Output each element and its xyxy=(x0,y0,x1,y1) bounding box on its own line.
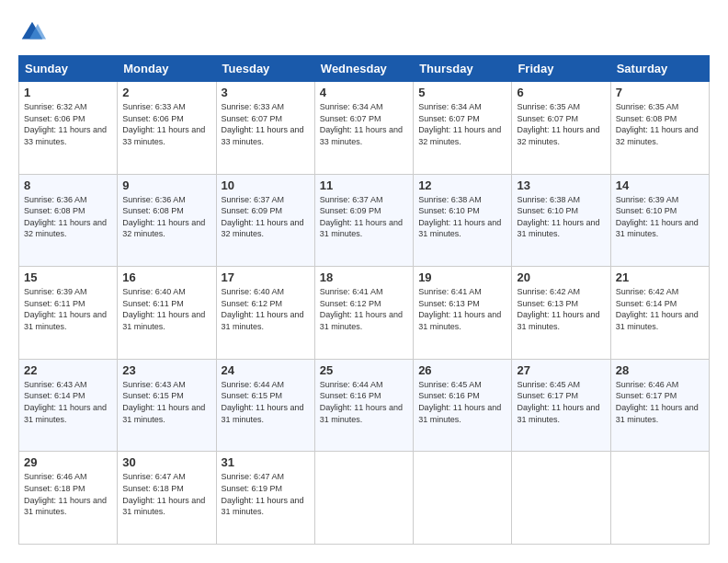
day-number: 17 xyxy=(222,270,310,284)
calendar-cell xyxy=(610,452,709,545)
day-number: 1 xyxy=(24,86,112,99)
day-number: 11 xyxy=(320,178,408,192)
day-info: Sunrise: 6:43 AMSunset: 6:14 PMDaylight:… xyxy=(24,379,112,425)
day-number: 2 xyxy=(122,86,210,99)
day-number: 28 xyxy=(616,363,704,377)
day-number: 22 xyxy=(24,363,112,377)
day-info: Sunrise: 6:38 AMSunset: 6:10 PMDaylight:… xyxy=(418,194,506,240)
calendar-cell: 25Sunrise: 6:44 AMSunset: 6:16 PMDayligh… xyxy=(314,359,413,452)
day-info: Sunrise: 6:43 AMSunset: 6:15 PMDaylight:… xyxy=(122,379,210,425)
day-number: 31 xyxy=(222,455,310,469)
day-number: 21 xyxy=(616,270,704,284)
day-number: 16 xyxy=(122,270,210,284)
day-info: Sunrise: 6:39 AMSunset: 6:11 PMDaylight:… xyxy=(24,286,112,332)
day-number: 23 xyxy=(122,363,210,377)
calendar-cell: 11Sunrise: 6:37 AMSunset: 6:09 PMDayligh… xyxy=(314,174,413,267)
calendar-cell: 14Sunrise: 6:39 AMSunset: 6:10 PMDayligh… xyxy=(610,174,709,267)
day-number: 10 xyxy=(222,178,310,192)
day-info: Sunrise: 6:45 AMSunset: 6:16 PMDaylight:… xyxy=(418,379,506,425)
header xyxy=(18,18,710,46)
calendar-cell: 24Sunrise: 6:44 AMSunset: 6:15 PMDayligh… xyxy=(216,359,314,452)
calendar-cell: 18Sunrise: 6:41 AMSunset: 6:12 PMDayligh… xyxy=(314,267,413,360)
calendar-header-friday: Friday xyxy=(512,56,610,82)
calendar-header-wednesday: Wednesday xyxy=(314,56,413,82)
calendar-cell: 13Sunrise: 6:38 AMSunset: 6:10 PMDayligh… xyxy=(512,174,610,267)
day-info: Sunrise: 6:38 AMSunset: 6:10 PMDaylight:… xyxy=(517,194,605,240)
calendar-cell: 7Sunrise: 6:35 AMSunset: 6:08 PMDaylight… xyxy=(610,82,709,175)
calendar-cell: 28Sunrise: 6:46 AMSunset: 6:17 PMDayligh… xyxy=(610,359,709,452)
calendar-header-tuesday: Tuesday xyxy=(216,56,314,82)
calendar-header-monday: Monday xyxy=(118,56,216,82)
day-number: 8 xyxy=(24,178,112,192)
day-number: 20 xyxy=(517,270,605,284)
calendar-cell: 23Sunrise: 6:43 AMSunset: 6:15 PMDayligh… xyxy=(118,359,216,452)
day-info: Sunrise: 6:46 AMSunset: 6:18 PMDaylight:… xyxy=(24,471,112,517)
day-info: Sunrise: 6:41 AMSunset: 6:12 PMDaylight:… xyxy=(320,286,408,332)
day-number: 27 xyxy=(517,363,605,377)
calendar-cell: 17Sunrise: 6:40 AMSunset: 6:12 PMDayligh… xyxy=(216,267,314,360)
calendar-cell: 26Sunrise: 6:45 AMSunset: 6:16 PMDayligh… xyxy=(414,359,512,452)
day-info: Sunrise: 6:39 AMSunset: 6:10 PMDaylight:… xyxy=(616,194,704,240)
calendar-header-sunday: Sunday xyxy=(19,56,118,82)
calendar-cell: 22Sunrise: 6:43 AMSunset: 6:14 PMDayligh… xyxy=(19,359,118,452)
day-info: Sunrise: 6:41 AMSunset: 6:13 PMDaylight:… xyxy=(418,286,506,332)
logo xyxy=(18,18,50,46)
day-number: 18 xyxy=(320,270,408,284)
calendar-cell: 19Sunrise: 6:41 AMSunset: 6:13 PMDayligh… xyxy=(414,267,512,360)
day-info: Sunrise: 6:34 AMSunset: 6:07 PMDaylight:… xyxy=(320,101,408,147)
day-info: Sunrise: 6:33 AMSunset: 6:06 PMDaylight:… xyxy=(122,101,210,147)
day-number: 5 xyxy=(418,86,506,99)
day-number: 3 xyxy=(222,86,310,99)
page: SundayMondayTuesdayWednesdayThursdayFrid… xyxy=(0,0,728,563)
day-info: Sunrise: 6:35 AMSunset: 6:07 PMDaylight:… xyxy=(517,101,605,147)
day-number: 24 xyxy=(222,363,310,377)
day-info: Sunrise: 6:34 AMSunset: 6:07 PMDaylight:… xyxy=(418,101,506,147)
day-number: 6 xyxy=(517,86,605,99)
day-number: 30 xyxy=(122,455,210,469)
day-info: Sunrise: 6:37 AMSunset: 6:09 PMDaylight:… xyxy=(222,194,310,240)
day-info: Sunrise: 6:35 AMSunset: 6:08 PMDaylight:… xyxy=(616,101,704,147)
calendar-cell: 29Sunrise: 6:46 AMSunset: 6:18 PMDayligh… xyxy=(19,452,118,545)
day-number: 19 xyxy=(418,270,506,284)
calendar-cell: 30Sunrise: 6:47 AMSunset: 6:18 PMDayligh… xyxy=(118,452,216,545)
day-info: Sunrise: 6:36 AMSunset: 6:08 PMDaylight:… xyxy=(24,194,112,240)
calendar-table: SundayMondayTuesdayWednesdayThursdayFrid… xyxy=(18,55,710,545)
logo-icon xyxy=(18,18,46,46)
calendar-cell: 9Sunrise: 6:36 AMSunset: 6:08 PMDaylight… xyxy=(118,174,216,267)
day-info: Sunrise: 6:42 AMSunset: 6:13 PMDaylight:… xyxy=(517,286,605,332)
day-info: Sunrise: 6:42 AMSunset: 6:14 PMDaylight:… xyxy=(616,286,704,332)
day-info: Sunrise: 6:46 AMSunset: 6:17 PMDaylight:… xyxy=(616,379,704,425)
calendar-cell: 3Sunrise: 6:33 AMSunset: 6:07 PMDaylight… xyxy=(216,82,314,175)
day-info: Sunrise: 6:37 AMSunset: 6:09 PMDaylight:… xyxy=(320,194,408,240)
day-info: Sunrise: 6:45 AMSunset: 6:17 PMDaylight:… xyxy=(517,379,605,425)
calendar-cell: 31Sunrise: 6:47 AMSunset: 6:19 PMDayligh… xyxy=(216,452,314,545)
calendar-cell: 16Sunrise: 6:40 AMSunset: 6:11 PMDayligh… xyxy=(118,267,216,360)
calendar-header-thursday: Thursday xyxy=(414,56,512,82)
day-number: 12 xyxy=(418,178,506,192)
day-info: Sunrise: 6:40 AMSunset: 6:12 PMDaylight:… xyxy=(222,286,310,332)
day-number: 25 xyxy=(320,363,408,377)
calendar-cell xyxy=(414,452,512,545)
day-info: Sunrise: 6:33 AMSunset: 6:07 PMDaylight:… xyxy=(222,101,310,147)
calendar-cell: 21Sunrise: 6:42 AMSunset: 6:14 PMDayligh… xyxy=(610,267,709,360)
day-number: 9 xyxy=(122,178,210,192)
day-number: 7 xyxy=(616,86,704,99)
calendar-cell: 12Sunrise: 6:38 AMSunset: 6:10 PMDayligh… xyxy=(414,174,512,267)
day-info: Sunrise: 6:32 AMSunset: 6:06 PMDaylight:… xyxy=(24,101,112,147)
calendar-cell: 5Sunrise: 6:34 AMSunset: 6:07 PMDaylight… xyxy=(414,82,512,175)
day-number: 4 xyxy=(320,86,408,99)
calendar-cell: 2Sunrise: 6:33 AMSunset: 6:06 PMDaylight… xyxy=(118,82,216,175)
day-number: 29 xyxy=(24,455,112,469)
day-info: Sunrise: 6:44 AMSunset: 6:15 PMDaylight:… xyxy=(222,379,310,425)
day-info: Sunrise: 6:44 AMSunset: 6:16 PMDaylight:… xyxy=(320,379,408,425)
calendar-cell: 8Sunrise: 6:36 AMSunset: 6:08 PMDaylight… xyxy=(19,174,118,267)
calendar-cell: 4Sunrise: 6:34 AMSunset: 6:07 PMDaylight… xyxy=(314,82,413,175)
calendar-header-saturday: Saturday xyxy=(610,56,709,82)
calendar-cell: 1Sunrise: 6:32 AMSunset: 6:06 PMDaylight… xyxy=(19,82,118,175)
day-info: Sunrise: 6:40 AMSunset: 6:11 PMDaylight:… xyxy=(122,286,210,332)
calendar-cell: 20Sunrise: 6:42 AMSunset: 6:13 PMDayligh… xyxy=(512,267,610,360)
calendar-cell: 6Sunrise: 6:35 AMSunset: 6:07 PMDaylight… xyxy=(512,82,610,175)
day-number: 15 xyxy=(24,270,112,284)
calendar-cell: 27Sunrise: 6:45 AMSunset: 6:17 PMDayligh… xyxy=(512,359,610,452)
day-info: Sunrise: 6:47 AMSunset: 6:19 PMDaylight:… xyxy=(222,471,310,517)
